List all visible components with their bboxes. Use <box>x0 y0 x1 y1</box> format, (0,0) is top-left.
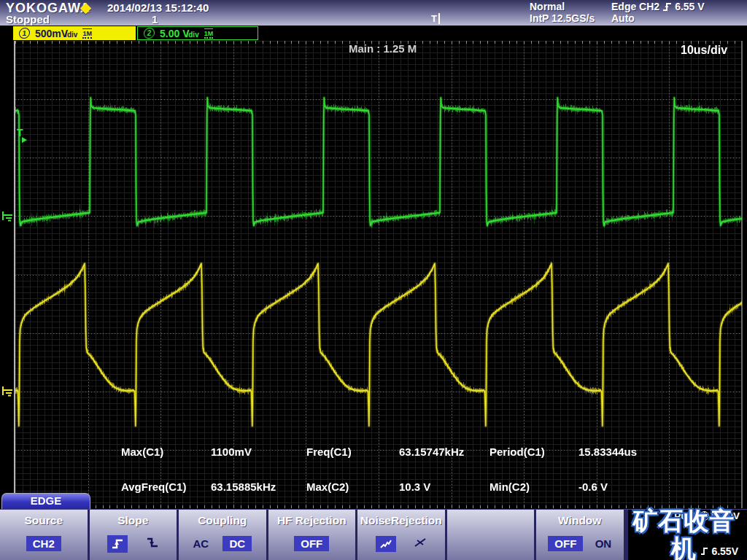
meas-value: 10.3 V <box>399 481 430 493</box>
ch1-badge[interactable]: 1 500mV/div 1M <box>13 26 136 40</box>
sample-rate: IntP 12.5GS/s <box>530 12 595 24</box>
window-off-button[interactable]: OFF <box>548 536 583 551</box>
noisy-signal-icon <box>379 538 392 550</box>
graticule-left-edge <box>14 41 15 508</box>
source-ch2-button[interactable]: CH2 <box>26 536 61 551</box>
meas-label: Max(C1) <box>121 446 211 458</box>
datetime: 2014/02/13 15:12:40 <box>107 1 209 14</box>
rising-edge-icon <box>662 1 672 12</box>
trigger-source-label: Edge CH2 <box>611 1 659 12</box>
measurement-row: AvgFreq(C1)63.15885kHz <box>121 481 276 493</box>
meas-value: 63.15885kHz <box>211 481 276 493</box>
menu-title: Slope <box>90 514 177 527</box>
measurement-row: Min(C2)-0.6 V <box>489 481 637 493</box>
meas-label: Max(C2) <box>306 481 399 493</box>
meas-value: 63.15747kHz <box>399 446 464 458</box>
menu-section-source: Source CH2 <box>0 510 90 560</box>
record-length-label: Main : 1.25 M <box>349 42 417 55</box>
noise-rejection-off-button[interactable] <box>376 536 396 552</box>
acquisition-status: Stopped <box>6 13 50 26</box>
ch1-scale: 500mV/div <box>35 28 77 39</box>
falling-edge-icon <box>146 536 159 549</box>
edge-menu-tab[interactable]: EDGE <box>1 493 90 509</box>
rising-edge-icon <box>111 537 124 551</box>
noise-reject-icon <box>414 537 427 548</box>
meas-label: Freq(C1) <box>306 446 399 458</box>
meas-value: 15.83344us <box>578 446 637 458</box>
watermark: 矿石收音机 www.crystalradio.cn <box>621 507 747 560</box>
trigger-level-value: 6.55 V <box>675 1 704 12</box>
menu-title: Window <box>536 514 624 527</box>
measurement-row: Period(C1)15.83344us <box>489 446 637 458</box>
ch2-impedance-icon: 1M <box>204 28 214 39</box>
ch2-number-icon: 2 <box>143 28 155 39</box>
ch1-impedance-icon: 1M <box>82 28 92 39</box>
meas-label: Period(C1) <box>489 446 578 458</box>
measurement-row: Max(C2)10.3 V <box>306 481 464 493</box>
watermark-title: 矿石收音机 <box>621 507 747 560</box>
menu-section-noise-rejection: NoiseRejection <box>357 510 447 560</box>
menu-title: NoiseRejection <box>357 514 445 527</box>
measurement-row: Freq(C1)63.15747kHz <box>306 446 464 458</box>
slope-falling-button[interactable] <box>146 536 159 552</box>
trigger-position-icon[interactable]: T <box>431 13 440 24</box>
header-bar: YOKOGAWA 2014/02/13 15:12:40 Stopped 1 N… <box>0 0 747 26</box>
ch1-ground-icon <box>1 386 14 397</box>
oscilloscope-screen: Main : 1.25 M 10us/div T Max(C1)1100mV A… <box>0 0 747 560</box>
ch1-number-icon: 1 <box>18 28 31 39</box>
meas-value: 1100mV <box>211 446 252 458</box>
hf-rejection-off-button[interactable]: OFF <box>294 536 329 551</box>
trigger-source: Edge CH2 6.55 V <box>611 1 705 12</box>
trigger-level-marker[interactable]: T <box>17 128 28 143</box>
ch2-scale: 5.00 V/div <box>160 28 199 39</box>
menu-section-window: Window OFF ON <box>536 510 626 560</box>
trigger-mode: Normal <box>530 1 565 12</box>
coupling-ac-button[interactable]: AC <box>193 537 209 550</box>
meas-value: -0.6 V <box>578 481 608 493</box>
timebase-label: 10us/div <box>681 44 727 57</box>
menu-section-slope: Slope <box>90 510 179 560</box>
menu-title: Coupling <box>179 514 266 527</box>
meas-label: Min(C2) <box>489 481 578 493</box>
noise-rejection-on-button[interactable] <box>414 537 427 551</box>
window-on-button[interactable]: ON <box>595 537 612 550</box>
graticule-right-edge <box>741 41 743 508</box>
slope-rising-button[interactable] <box>107 535 128 553</box>
menu-section-coupling: Coupling AC DC <box>179 510 268 560</box>
menu-section-hf-rejection: HF Rejection OFF <box>268 510 358 560</box>
acquisition-count: 1 <box>152 13 158 26</box>
menu-title: Source <box>0 514 88 527</box>
meas-label: AvgFreq(C1) <box>121 481 211 493</box>
trigger-arrow-icon <box>22 137 28 143</box>
measurement-row: Max(C1)1100mV <box>121 446 276 458</box>
ch2-badge[interactable]: 2 5.00 V/div 1M <box>137 26 258 40</box>
coupling-dc-button[interactable]: DC <box>222 536 252 551</box>
menu-section-empty <box>447 510 537 560</box>
menu-title: HF Rejection <box>268 514 356 527</box>
ch2-ground-icon <box>1 211 14 222</box>
trigger-sweep-mode: Auto <box>611 12 635 24</box>
